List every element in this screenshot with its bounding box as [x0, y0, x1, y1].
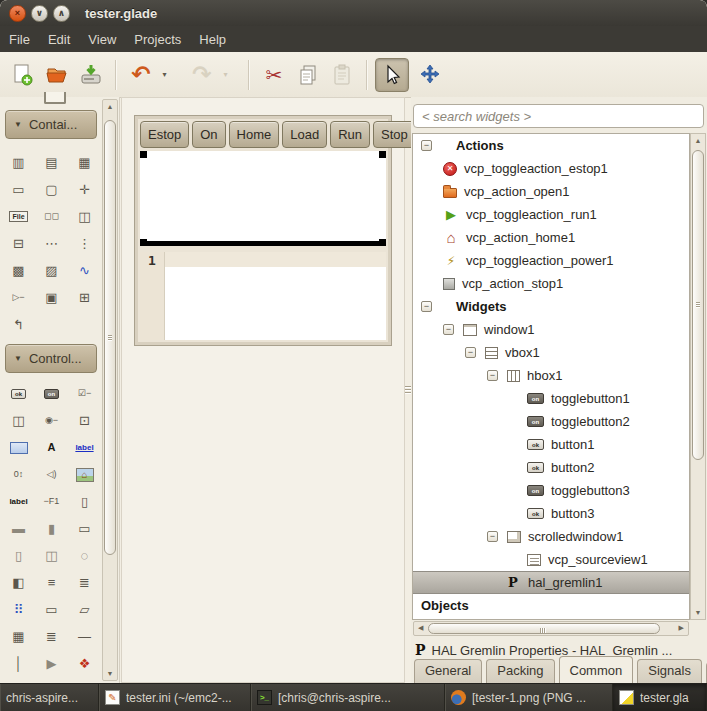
- tree-scroll-thumb[interactable]: [692, 150, 704, 460]
- tree-row[interactable]: − vbox1: [413, 341, 689, 364]
- redo-button[interactable]: ↷: [185, 58, 219, 92]
- palette-item[interactable]: ⊟: [2, 230, 35, 257]
- palette-item[interactable]: ▨: [35, 257, 68, 284]
- undo-dropdown-icon[interactable]: ▾: [158, 70, 171, 79]
- tree-expander-icon[interactable]: −: [443, 324, 454, 335]
- palette-item[interactable]: ≣: [68, 569, 101, 596]
- palette-item[interactable]: ▭: [68, 515, 101, 542]
- sourceview-widget[interactable]: 1: [140, 252, 386, 340]
- palette-item[interactable]: ▤: [35, 149, 68, 176]
- design-button[interactable]: Home: [229, 121, 280, 148]
- taskbar-item[interactable]: ✎ tester.ini (~/emc2-...: [99, 684, 251, 711]
- menu-item[interactable]: File: [0, 28, 39, 51]
- palette-item[interactable]: −F1: [35, 488, 68, 515]
- design-button[interactable]: Run: [330, 121, 370, 148]
- properties-tab[interactable]: Common: [559, 656, 634, 683]
- tree-row[interactable]: vcp_sourceview1: [413, 548, 689, 571]
- palette-item[interactable]: ▯: [68, 488, 101, 515]
- tree-expander-icon[interactable]: −: [487, 370, 498, 381]
- search-input[interactable]: [413, 104, 704, 128]
- paste-button[interactable]: [325, 58, 359, 92]
- tree-expander-icon[interactable]: −: [421, 140, 432, 151]
- palette-item[interactable]: —: [68, 623, 101, 650]
- tree-row[interactable]: ▶ vcp_toggleaction_run1: [413, 203, 689, 226]
- palette-item[interactable]: ◧: [2, 569, 35, 596]
- tree-row[interactable]: ok button1: [413, 433, 689, 456]
- palette-scroll-thumb[interactable]: [104, 120, 116, 555]
- design-canvas[interactable]: Estop On Home Load Run Stop: [121, 97, 405, 683]
- copy-button[interactable]: [291, 58, 325, 92]
- menu-item[interactable]: Help: [190, 28, 235, 51]
- taskbar-item[interactable]: tester.gla: [613, 684, 707, 711]
- tree-expander-icon[interactable]: −: [487, 531, 498, 542]
- tree-row[interactable]: P hal_gremlin1: [413, 571, 689, 594]
- palette-item[interactable]: ✛: [68, 176, 101, 203]
- palette-item[interactable]: ⋯: [35, 230, 68, 257]
- tree-horizontal-scrollbar[interactable]: ◀ ▶: [413, 621, 689, 636]
- new-file-button[interactable]: [6, 58, 40, 92]
- scroll-up-icon[interactable]: ▲: [691, 137, 705, 144]
- taskbar-item[interactable]: >_ [chris@chris-aspire...: [251, 684, 445, 711]
- tree-row[interactable]: − hbox1: [413, 364, 689, 387]
- palette-item[interactable]: ≡: [35, 569, 68, 596]
- palette-item[interactable]: on: [35, 380, 68, 407]
- tree-row[interactable]: − Widgets: [413, 295, 689, 318]
- properties-tab[interactable]: Packing: [486, 659, 554, 683]
- palette-item[interactable]: ◫: [68, 203, 101, 230]
- selection-handle[interactable]: [379, 239, 386, 246]
- menu-item[interactable]: Projects: [125, 28, 190, 51]
- cut-button[interactable]: ✂: [257, 58, 291, 92]
- menu-item[interactable]: Edit: [39, 28, 79, 51]
- palette-item[interactable]: ▢: [35, 176, 68, 203]
- palette-section-controls[interactable]: ▼ Control...: [5, 344, 97, 373]
- close-button[interactable]: ×: [9, 5, 26, 22]
- save-button[interactable]: [74, 58, 108, 92]
- open-button[interactable]: [40, 58, 74, 92]
- taskbar-item[interactable]: [tester-1.png (PNG ...: [445, 684, 613, 711]
- palette-item[interactable]: ⋮: [68, 230, 101, 257]
- palette-item[interactable]: ▦: [2, 623, 35, 650]
- palette-item[interactable]: ◉−: [35, 407, 68, 434]
- palette-item[interactable]: ▩: [2, 257, 35, 284]
- taskbar-item[interactable]: chris-aspire...: [0, 684, 99, 711]
- palette-item[interactable]: label: [2, 488, 35, 515]
- scroll-down-icon[interactable]: ▼: [691, 609, 705, 616]
- palette-item[interactable]: ◫: [2, 407, 35, 434]
- tree-row[interactable]: − Actions: [413, 134, 689, 157]
- design-button[interactable]: Load: [282, 121, 327, 148]
- properties-tab[interactable]: Signals: [637, 659, 702, 683]
- palette-item[interactable]: A: [35, 434, 68, 461]
- palette-item[interactable]: File: [2, 203, 35, 230]
- palette-item[interactable]: ◫: [35, 542, 68, 569]
- palette-item[interactable]: ▶: [35, 650, 68, 677]
- selection-handle[interactable]: [140, 151, 147, 158]
- palette-item[interactable]: ▭: [2, 176, 35, 203]
- scroll-right-icon[interactable]: ▶: [679, 624, 684, 632]
- palette-item[interactable]: ❖: [68, 650, 101, 677]
- palette-item[interactable]: 0↕: [2, 461, 35, 488]
- palette-item[interactable]: ⠿: [2, 596, 35, 623]
- palette-item[interactable]: ok: [2, 380, 35, 407]
- tree-row[interactable]: ⌂ vcp_action_home1: [413, 226, 689, 249]
- tree-row[interactable]: − window1: [413, 318, 689, 341]
- tree-row[interactable]: on togglebutton3: [413, 479, 689, 502]
- menu-item[interactable]: View: [79, 28, 125, 51]
- tree-vertical-scrollbar[interactable]: ▲ ▼: [690, 133, 706, 620]
- tree-hscroll-thumb[interactable]: [428, 623, 660, 634]
- tree-row[interactable]: vcp_action_open1: [413, 180, 689, 203]
- hal-gremlin-widget[interactable]: [140, 151, 386, 246]
- palette-item[interactable]: ⊡: [68, 407, 101, 434]
- palette-item[interactable]: ↰: [2, 311, 35, 338]
- palette-item[interactable]: ◌: [68, 542, 101, 569]
- undo-button[interactable]: ↶: [124, 58, 158, 92]
- redo-dropdown-icon[interactable]: ▾: [219, 70, 232, 79]
- palette-item[interactable]: │: [2, 650, 35, 677]
- tree-row[interactable]: ok button2: [413, 456, 689, 479]
- palette-item[interactable]: ▱: [68, 596, 101, 623]
- palette-item[interactable]: ▭: [35, 596, 68, 623]
- palette-item[interactable]: ▷−: [2, 284, 35, 311]
- palette-scrollbar[interactable]: ▲ ▼: [102, 99, 118, 681]
- scroll-down-icon[interactable]: ▼: [103, 670, 117, 677]
- tree-row[interactable]: on togglebutton2: [413, 410, 689, 433]
- palette-item[interactable]: ▣: [35, 284, 68, 311]
